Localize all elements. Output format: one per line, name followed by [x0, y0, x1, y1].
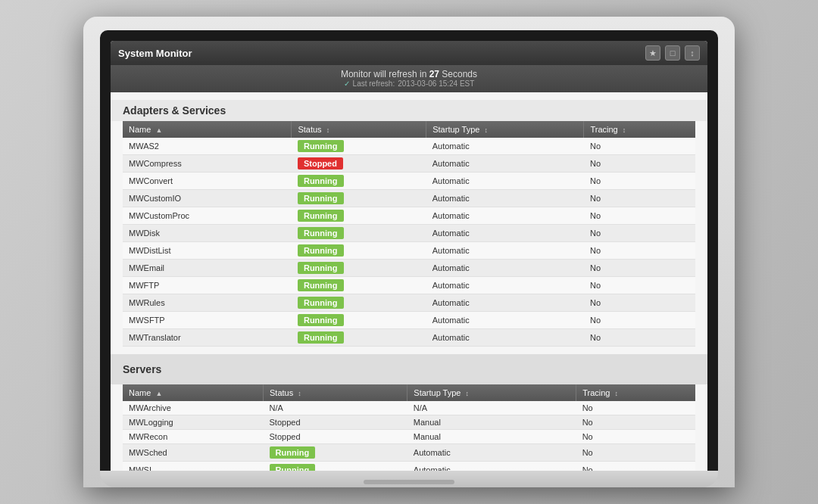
table-row[interactable]: MWSIRunningAutomaticNo — [123, 462, 695, 471]
status-badge: Running — [270, 464, 316, 471]
servers-section-title: Servers — [123, 359, 695, 380]
servers-col-name[interactable]: Name ▲ — [123, 384, 264, 401]
adapters-section-title: Adapters & Services — [111, 100, 707, 121]
cell-startup: Automatic — [426, 277, 584, 294]
table-row[interactable]: MWCustomProcRunningAutomaticNo — [123, 207, 695, 225]
table-row[interactable]: MWReconStoppedManualNo — [123, 430, 695, 444]
cell-tracing: No — [576, 430, 695, 444]
table-row[interactable]: MWDistListRunningAutomaticNo — [123, 242, 695, 260]
table-row[interactable]: MWSFTPRunningAutomaticNo — [123, 312, 695, 329]
cell-name: MWSFTP — [123, 312, 292, 329]
refresh-text: Monitor will refresh in 27 Seconds — [111, 69, 707, 79]
cell-status: Running — [292, 225, 426, 242]
cell-name: MWAS2 — [123, 138, 292, 155]
status-badge: Running — [298, 279, 344, 291]
cell-name: MWDisk — [123, 225, 292, 242]
window-controls: ★ □ ↕ — [645, 45, 700, 61]
cell-name: MWConvert — [123, 173, 292, 190]
cell-status: Running — [292, 277, 426, 294]
adapters-header-row: Name ▲ Status ↕ Startup Type ↕ — [123, 121, 695, 138]
cell-tracing: No — [584, 294, 695, 312]
cell-status: Running — [292, 312, 426, 329]
startup-sort-icon: ↕ — [484, 126, 488, 134]
servers-col-startup[interactable]: Startup Type ↕ — [407, 384, 576, 401]
last-refresh-label: Last refresh: — [353, 79, 395, 88]
table-row[interactable]: MWCompressStoppedAutomaticNo — [123, 155, 695, 173]
table-row[interactable]: MWDiskRunningAutomaticNo — [123, 225, 695, 242]
table-row[interactable]: MWLoggingStoppedManualNo — [123, 415, 695, 430]
table-row[interactable]: MWRulesRunningAutomaticNo — [123, 294, 695, 312]
status-badge: Running — [298, 210, 344, 222]
cell-status: Running — [292, 242, 426, 260]
cell-startup: Automatic — [426, 294, 584, 312]
table-row[interactable]: MWConvertRunningAutomaticNo — [123, 173, 695, 190]
servers-section: Servers — [111, 354, 707, 384]
servers-tracing-sort-icon: ↕ — [615, 390, 619, 397]
servers-table: Name ▲ Status ↕ Startup Type ↕ — [123, 384, 695, 471]
table-row[interactable]: MWArchiveN/AN/ANo — [123, 401, 695, 415]
cell-startup: Automatic — [426, 138, 584, 155]
name-sort-icon: ▲ — [155, 126, 162, 134]
cell-name: MWCompress — [123, 155, 292, 173]
servers-startup-sort-icon: ↕ — [466, 390, 470, 397]
cell-tracing: No — [584, 173, 695, 190]
cell-startup: Manual — [407, 415, 576, 430]
table-row[interactable]: MWEmailRunningAutomaticNo — [123, 260, 695, 277]
servers-tbody: MWArchiveN/AN/ANoMWLoggingStoppedManualN… — [123, 401, 695, 471]
cell-status: Stopped — [264, 415, 407, 430]
cell-status: Stopped — [292, 155, 426, 173]
cell-name: MWRules — [123, 294, 292, 312]
cell-tracing: No — [584, 277, 695, 294]
laptop-bottom — [100, 471, 718, 487]
cell-tracing: No — [584, 329, 695, 347]
cell-name: MWEmail — [123, 260, 292, 277]
cell-status: Running — [292, 294, 426, 312]
status-badge: Running — [298, 227, 344, 239]
table-row[interactable]: MWFTPRunningAutomaticNo — [123, 277, 695, 294]
cell-name: MWDistList — [123, 242, 292, 260]
cell-startup: N/A — [407, 401, 576, 415]
cell-status: Running — [292, 329, 426, 347]
servers-col-tracing[interactable]: Tracing ↕ — [576, 384, 695, 401]
cell-startup: Automatic — [426, 329, 584, 347]
table-row[interactable]: MWTranslatorRunningAutomaticNo — [123, 329, 695, 347]
adapters-col-name[interactable]: Name ▲ — [123, 121, 292, 138]
adapters-col-status[interactable]: Status ↕ — [292, 121, 426, 138]
cell-startup: Automatic — [407, 462, 576, 471]
status-badge: Running — [298, 331, 344, 344]
cell-startup: Automatic — [426, 260, 584, 277]
star-button[interactable]: ★ — [645, 45, 660, 61]
cell-tracing: No — [576, 415, 695, 430]
cell-status: Running — [292, 190, 426, 207]
cell-startup: Automatic — [426, 312, 584, 329]
cell-status: Running — [264, 444, 407, 462]
adapters-table: Name ▲ Status ↕ Startup Type ↕ — [123, 121, 695, 347]
content-area: Adapters & Services Name ▲ Status ↕ — [111, 92, 707, 471]
adapters-col-tracing[interactable]: Tracing ↕ — [584, 121, 695, 138]
table-row[interactable]: MWSchedRunningAutomaticNo — [123, 444, 695, 462]
cell-tracing: No — [584, 138, 695, 155]
cell-startup: Automatic — [407, 444, 576, 462]
status-sort-icon: ↕ — [326, 126, 330, 134]
refresh-banner: Monitor will refresh in 27 Seconds ✓ Las… — [111, 65, 707, 92]
servers-col-status[interactable]: Status ↕ — [264, 384, 407, 401]
cell-tracing: No — [584, 242, 695, 260]
laptop-frame: System Monitor ★ □ ↕ Monitor will refres… — [83, 17, 735, 487]
cell-status: Stopped — [264, 430, 407, 444]
adapters-tbody: MWAS2RunningAutomaticNoMWCompressStopped… — [123, 138, 695, 347]
cell-startup: Automatic — [426, 207, 584, 225]
monitor-button[interactable]: □ — [665, 45, 680, 61]
table-row[interactable]: MWAS2RunningAutomaticNo — [123, 138, 695, 155]
last-refresh-row: ✓ Last refresh: 2013-03-06 15:24 EST — [111, 79, 707, 91]
servers-header-row: Name ▲ Status ↕ Startup Type ↕ — [123, 384, 695, 401]
cell-name: MWTranslator — [123, 329, 292, 347]
status-badge: Running — [298, 140, 344, 152]
status-badge: Running — [298, 244, 344, 257]
cell-tracing: No — [576, 444, 695, 462]
table-row[interactable]: MWCustomIORunningAutomaticNo — [123, 190, 695, 207]
arrows-button[interactable]: ↕ — [685, 45, 700, 61]
window-titlebar: System Monitor ★ □ ↕ — [111, 41, 707, 65]
cell-startup: Automatic — [426, 242, 584, 260]
adapters-col-startup[interactable]: Startup Type ↕ — [426, 121, 584, 138]
cell-status: Running — [264, 462, 407, 471]
